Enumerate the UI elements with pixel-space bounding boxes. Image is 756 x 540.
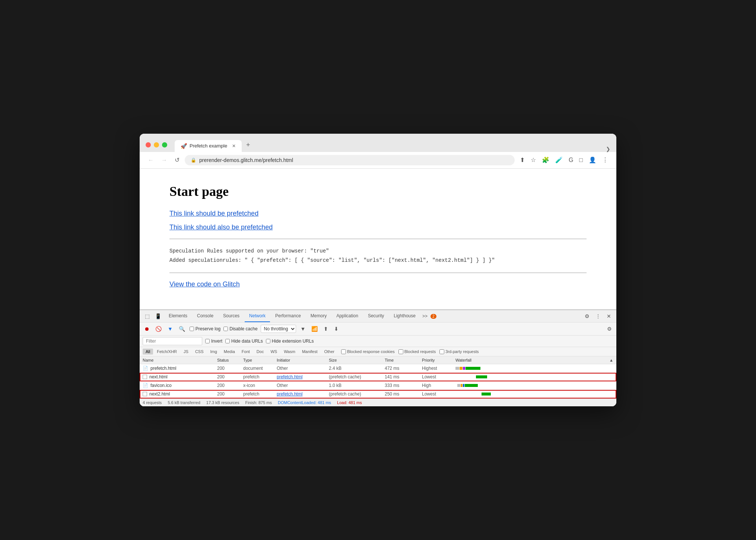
tab-security[interactable]: Security (363, 310, 388, 322)
address-field[interactable]: 🔒 prerender-demos.glitch.me/prefetch.htm… (185, 155, 515, 165)
network-settings-icon[interactable]: ⚙ (606, 325, 613, 333)
type-other[interactable]: Other (321, 349, 337, 355)
minimize-button[interactable] (154, 142, 159, 147)
more-tabs-button[interactable]: >> (421, 311, 429, 322)
hide-ext-urls-checkbox[interactable] (266, 339, 270, 343)
row-time: 472 ms (385, 366, 422, 371)
load-time: Load: 481 ms (337, 400, 362, 405)
table-row[interactable]: 📄 prefetch.html 200 document Other 2.4 k… (140, 364, 616, 373)
tab-lighthouse[interactable]: Lighthouse (389, 310, 420, 322)
share-icon[interactable]: ⬆ (518, 155, 527, 165)
traffic-lights (146, 142, 167, 147)
waterfall-bar (476, 375, 487, 378)
row-name-prefetch-html: 📄 prefetch.html (143, 366, 217, 371)
third-party-requests-label[interactable]: 3rd-party requests (439, 349, 479, 354)
devtools-more-icon[interactable]: ⋮ (593, 312, 603, 321)
devtools-close-icon[interactable]: ✕ (604, 312, 613, 321)
requests-count: 4 requests (143, 400, 162, 405)
blocked-requests-checkbox[interactable] (398, 349, 403, 354)
hide-ext-urls-label[interactable]: Hide extension URLs (266, 339, 314, 344)
col-status: Status (217, 358, 243, 362)
waterfall-bar (482, 393, 491, 396)
tab-application[interactable]: Application (332, 310, 363, 322)
type-manifest[interactable]: Manifest (299, 349, 321, 355)
back-button[interactable]: ← (146, 155, 156, 165)
type-wasm[interactable]: Wasm (281, 349, 298, 355)
hide-data-urls-label[interactable]: Hide data URLs (225, 339, 263, 344)
maximize-button[interactable] (162, 142, 167, 147)
close-button[interactable] (146, 142, 151, 147)
profile-icon[interactable]: 👤 (587, 155, 598, 165)
type-font[interactable]: Font (239, 349, 253, 355)
google-icon[interactable]: G (566, 155, 575, 165)
row-size: 1.0 kB (329, 383, 385, 388)
clear-button[interactable]: 🚫 (154, 325, 163, 333)
row-priority: Highest (422, 366, 455, 371)
prefetch-link-1[interactable]: This link should be prefetched (169, 210, 587, 217)
type-all[interactable]: All (143, 349, 153, 355)
labs-icon[interactable]: 🧪 (553, 155, 565, 165)
forward-button[interactable]: → (159, 155, 169, 165)
type-media[interactable]: Media (221, 349, 238, 355)
new-tab-button[interactable]: + (242, 138, 255, 152)
tab-chevron-icon[interactable]: ❯ (606, 146, 610, 152)
table-row[interactable]: next.html 200 prefetch prefetch.html (pr… (140, 373, 616, 381)
filter-icon[interactable]: ▼ (166, 325, 174, 333)
tab-network[interactable]: Network (245, 310, 270, 322)
invert-label[interactable]: Invert (205, 339, 222, 344)
bookmark-icon[interactable]: ☆ (528, 155, 538, 165)
glitch-link[interactable]: View the code on Glitch (169, 280, 587, 288)
tab-elements[interactable]: Elements (164, 310, 192, 322)
disable-cache-label[interactable]: Disable cache (223, 326, 257, 331)
table-row[interactable]: 📄 favicon.ico 200 x-icon Other 1.0 kB 33… (140, 381, 616, 390)
third-party-requests-checkbox[interactable] (439, 349, 444, 354)
type-js[interactable]: JS (181, 349, 191, 355)
type-doc[interactable]: Doc (254, 349, 267, 355)
col-initiator: Initiator (277, 358, 329, 362)
blocked-requests-label[interactable]: Blocked requests (398, 349, 436, 354)
active-tab[interactable]: 🚀 Prefetch example ✕ (175, 140, 242, 152)
download-icon[interactable]: ⬇ (333, 325, 340, 333)
table-row[interactable]: next2.html 200 prefetch prefetch.html (p… (140, 390, 616, 398)
preserve-log-checkbox[interactable] (190, 327, 194, 331)
devtools-device-icon[interactable]: 📱 (153, 310, 163, 322)
upload-icon[interactable]: ⬆ (322, 325, 330, 333)
extensions-icon[interactable]: 🧩 (540, 155, 552, 165)
throttle-arrow-icon[interactable]: ▼ (299, 325, 307, 333)
preserve-log-label[interactable]: Preserve log (190, 326, 220, 331)
devtools-inspect-icon[interactable]: ⬚ (143, 310, 152, 322)
waterfall-bar (463, 367, 465, 370)
wifi-icon[interactable]: 📶 (310, 325, 319, 333)
tab-sources[interactable]: Sources (219, 310, 244, 322)
col-name: Name (143, 358, 217, 362)
row-status: 200 (217, 366, 243, 371)
tab-memory[interactable]: Memory (306, 310, 331, 322)
tab-close-button[interactable]: ✕ (232, 143, 236, 149)
row-initiator-link[interactable]: prefetch.html (277, 374, 329, 379)
prefetch-link-2[interactable]: This link should also be prefetched (169, 223, 587, 231)
type-img[interactable]: Img (207, 349, 220, 355)
grid-icon[interactable]: □ (577, 155, 585, 165)
blocked-response-cookies-label[interactable]: Blocked response cookies (341, 349, 395, 354)
waterfall-bar (457, 384, 460, 387)
type-css[interactable]: CSS (192, 349, 207, 355)
search-icon[interactable]: 🔍 (177, 325, 187, 333)
filter-input[interactable] (143, 337, 202, 345)
menu-icon[interactable]: ⋮ (600, 155, 610, 165)
invert-checkbox[interactable] (205, 339, 210, 343)
filter-bar: Invert Hide data URLs Hide extension URL… (140, 336, 616, 347)
reload-button[interactable]: ↺ (172, 155, 182, 165)
disable-cache-checkbox[interactable] (223, 327, 228, 331)
hide-data-urls-checkbox[interactable] (225, 339, 230, 343)
devtools-settings-icon[interactable]: ⚙ (582, 312, 592, 321)
tab-console[interactable]: Console (193, 310, 218, 322)
col-size: Size (329, 358, 385, 362)
type-fetch-xhr[interactable]: Fetch/XHR (154, 349, 180, 355)
throttle-select[interactable]: No throttling (261, 325, 296, 333)
devtools-tab-bar: ⬚ 📱 Elements Console Sources Network Per… (140, 310, 616, 323)
blocked-response-cookies-checkbox[interactable] (341, 349, 346, 354)
row-initiator-link[interactable]: prefetch.html (277, 391, 329, 397)
record-button[interactable]: ⏺ (143, 325, 151, 333)
tab-performance[interactable]: Performance (271, 310, 305, 322)
type-ws[interactable]: WS (267, 349, 280, 355)
